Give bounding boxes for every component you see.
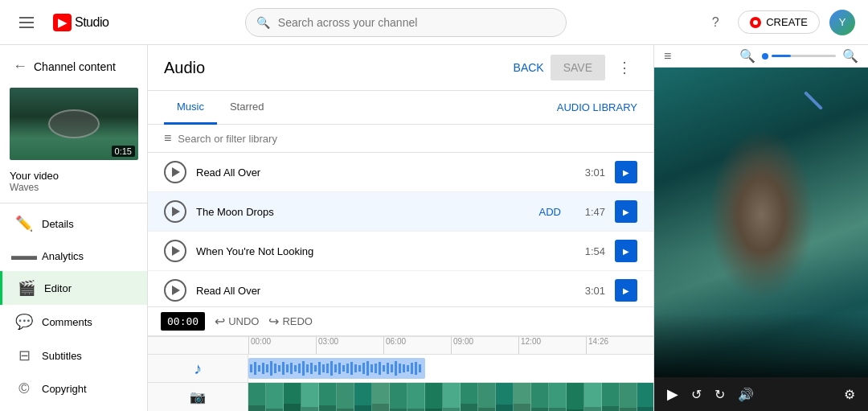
track-name-2: The Moon Drops — [196, 206, 523, 218]
track-add-button-2[interactable]: ADD — [533, 203, 567, 221]
nav-right: ? CREATE Y — [702, 10, 855, 35]
nav-left: ▶ Studio — [13, 10, 108, 35]
analytics-label: Analytics — [42, 250, 84, 262]
svg-rect-41 — [415, 362, 417, 375]
svg-rect-26 — [354, 364, 357, 372]
zoom-fill — [772, 55, 791, 57]
preview-rewind-button[interactable]: ↺ — [691, 387, 702, 402]
audio-title: Audio — [164, 59, 205, 77]
sidebar-item-editor[interactable]: 🎬 Editor — [0, 271, 147, 305]
ruler-mark-4: 09:00 — [451, 337, 518, 354]
preview-volume-button[interactable]: 🔊 — [738, 387, 754, 402]
rec-icon — [750, 17, 761, 28]
top-nav: ▶ Studio 🔍 ? CREATE Y — [0, 0, 868, 45]
audio-search-input[interactable] — [178, 133, 637, 145]
music-note-icon: ♪ — [194, 360, 202, 378]
audio-panel: Audio BACK SAVE ⋮ Music Starred AUDIO LI… — [148, 45, 868, 411]
yt-logo-icon: ▶ — [53, 14, 72, 31]
svg-rect-28 — [362, 363, 365, 374]
ruler-mark-5: 12:00 — [518, 337, 586, 354]
svg-rect-21 — [334, 364, 337, 372]
svg-rect-8 — [282, 362, 285, 375]
search-wrapper: 🔍 — [245, 8, 567, 37]
search-input[interactable] — [245, 8, 567, 37]
track-play-button-2[interactable] — [164, 200, 186, 223]
redo-button[interactable]: ↪ REDO — [268, 314, 313, 329]
svg-rect-35 — [391, 364, 393, 372]
track-labels: ♪ 📷 — [148, 355, 248, 411]
track-video-btn-3[interactable] — [615, 240, 637, 262]
preview-settings-button[interactable]: ⚙ — [844, 387, 855, 402]
editor-label: Editor — [44, 282, 72, 294]
save-button[interactable]: SAVE — [551, 55, 605, 80]
editor-icon: 🎬 — [18, 279, 35, 297]
filter-icon: ≡ — [164, 131, 171, 146]
sidebar-item-comments[interactable]: 💬 Comments — [0, 305, 147, 339]
track-item[interactable]: The Moon Drops ADD 1:47 — [148, 192, 653, 232]
timeline-tracks: ♪ 📷 — [148, 355, 653, 411]
timeline-controls: 00:00 ↩ UNDO ↪ REDO — [148, 306, 653, 336]
preview-forward-button[interactable]: ↻ — [714, 387, 725, 402]
subtitles-icon: ⊟ — [16, 347, 32, 364]
svg-rect-34 — [387, 363, 389, 374]
ruler-mark-2: 03:00 — [316, 337, 383, 354]
track-video-btn-1[interactable] — [615, 161, 637, 183]
video-track-label: 📷 — [148, 383, 248, 411]
svg-rect-14 — [306, 364, 309, 372]
track-play-button-4[interactable] — [164, 279, 186, 302]
timeline-area: 00:00 03:00 06:00 09:00 12:00 14:26 ♪ — [148, 336, 653, 411]
more-options-button[interactable]: ⋮ — [612, 55, 637, 80]
track-play-button-1[interactable] — [164, 161, 186, 183]
undo-button[interactable]: ↩ UNDO — [215, 314, 259, 329]
subtitles-label: Subtitles — [42, 350, 82, 362]
svg-rect-40 — [411, 363, 413, 374]
hamburger-menu-icon[interactable]: ≡ — [664, 49, 671, 64]
waveform-svg — [248, 358, 425, 379]
video-subtitle: Waves — [10, 182, 137, 193]
sidebar-item-subtitles[interactable]: ⊟ Subtitles — [0, 339, 147, 372]
svg-rect-2 — [258, 365, 260, 372]
audio-library-link[interactable]: AUDIO LIBRARY — [557, 92, 637, 123]
create-button[interactable]: CREATE — [738, 10, 820, 34]
comments-icon: 💬 — [16, 313, 32, 331]
zoom-dot — [762, 53, 768, 60]
video-frames — [248, 383, 653, 411]
music-track-content — [248, 355, 653, 383]
track-video-btn-4[interactable] — [615, 279, 637, 302]
svg-rect-16 — [314, 365, 317, 372]
sidebar-item-analytics[interactable]: ▬▬ Analytics — [0, 240, 147, 271]
svg-rect-3 — [262, 363, 264, 374]
track-duration-2: 1:47 — [577, 206, 605, 218]
preview-gradient — [654, 313, 868, 377]
yt-logo[interactable]: ▶ Studio — [53, 14, 108, 31]
track-item[interactable]: When You're Not Looking 1:54 — [148, 232, 653, 271]
ruler-mark-1: 00:00 — [248, 337, 316, 354]
back-button[interactable]: BACK — [514, 61, 544, 74]
video-preview-panel: ≡ 🔍 🔍 — [654, 45, 868, 411]
back-nav[interactable]: ← Channel content — [0, 51, 147, 81]
music-track-label: ♪ — [148, 355, 248, 383]
svg-rect-15 — [310, 363, 313, 374]
track-item[interactable]: Read All Over 3:01 — [148, 153, 653, 192]
track-play-button-3[interactable] — [164, 240, 186, 262]
hamburger-button[interactable] — [13, 10, 40, 35]
svg-rect-9 — [286, 364, 289, 372]
zoom-in-icon[interactable]: 🔍 — [842, 48, 858, 64]
video-info: Your video Waves — [0, 166, 147, 199]
tab-starred[interactable]: Starred — [217, 91, 277, 125]
copyright-icon: © — [16, 380, 32, 397]
avatar[interactable]: Y — [829, 10, 855, 35]
sidebar-item-details[interactable]: ✏️ Details — [0, 207, 147, 240]
svg-rect-0 — [250, 364, 252, 372]
preview-play-button[interactable]: ▶ — [667, 385, 678, 403]
help-button[interactable]: ? — [702, 10, 728, 35]
track-item[interactable]: Read All Over 3:01 — [148, 271, 653, 306]
track-video-btn-2[interactable] — [615, 200, 637, 223]
video-thumbnail-container: 0:15 — [0, 81, 147, 166]
tab-music[interactable]: Music — [164, 91, 217, 125]
svg-rect-13 — [302, 361, 305, 376]
details-icon: ✏️ — [16, 215, 32, 232]
zoom-out-icon[interactable]: 🔍 — [739, 48, 755, 64]
comments-label: Comments — [42, 316, 92, 328]
sidebar-item-copyright[interactable]: © Copyright — [0, 372, 147, 405]
